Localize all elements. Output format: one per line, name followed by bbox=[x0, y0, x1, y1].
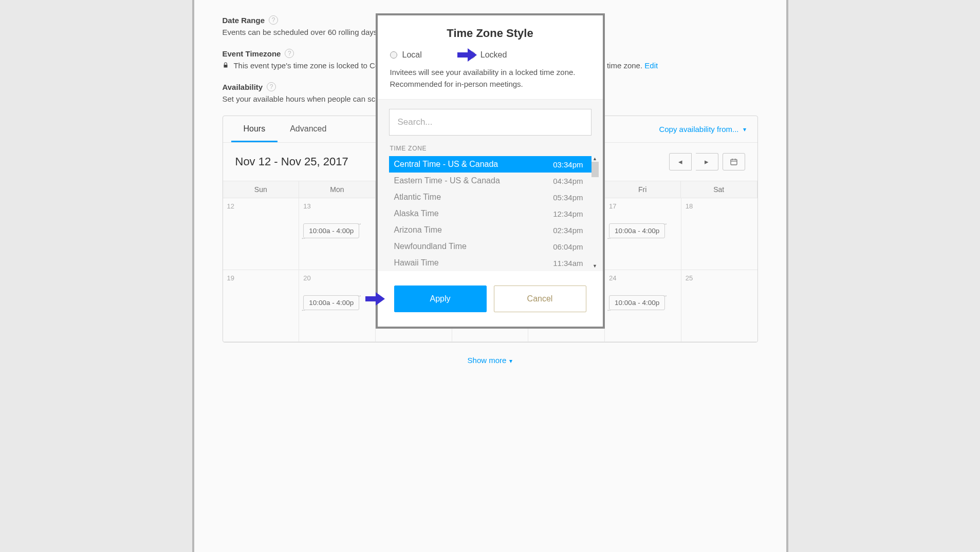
help-icon[interactable]: ? bbox=[267, 82, 276, 91]
timezone-option[interactable]: Alaska Time12:34pm bbox=[389, 205, 591, 222]
calendar-cell[interactable]: 25 bbox=[681, 270, 757, 341]
next-week-button[interactable]: ▸ bbox=[696, 153, 718, 170]
timezone-name: Hawaii Time bbox=[394, 258, 439, 268]
calendar-date-number: 17 bbox=[609, 202, 677, 210]
timezone-time: 06:04pm bbox=[553, 242, 583, 251]
copy-availability-link[interactable]: Copy availability from... ▾ bbox=[659, 125, 749, 134]
availability-slot[interactable]: 10:00a - 4:00p→← bbox=[609, 295, 665, 310]
availability-slot[interactable]: 10:00a - 4:00p→← bbox=[609, 223, 665, 238]
calendar-date-number: 25 bbox=[686, 274, 753, 282]
event-timezone-title: Event Timezone ? bbox=[223, 49, 294, 58]
timezone-time: 04:34pm bbox=[553, 177, 583, 185]
radio-icon bbox=[390, 51, 397, 59]
calendar-cell[interactable]: 2010:00a - 4:00p→← bbox=[299, 270, 376, 341]
chevron-down-icon: ▾ bbox=[743, 126, 746, 133]
calendar-cell[interactable]: 2410:00a - 4:00p→← bbox=[605, 270, 681, 341]
availability-slot[interactable]: 10:00a - 4:00p→← bbox=[303, 295, 359, 310]
tab-advanced[interactable]: Advanced bbox=[278, 116, 339, 142]
annotation-arrow-icon bbox=[457, 48, 477, 62]
lock-icon bbox=[223, 62, 229, 70]
calendar-date-number: 20 bbox=[303, 274, 371, 282]
timezone-time: 03:34pm bbox=[553, 160, 583, 169]
calendar-date-number: 18 bbox=[686, 202, 753, 210]
timezone-option[interactable]: Eastern Time - US & Canada04:34pm bbox=[389, 173, 591, 189]
calendar-icon bbox=[730, 158, 738, 166]
availability-title: Availability ? bbox=[223, 82, 276, 91]
calendar-cell[interactable]: 18 bbox=[681, 198, 757, 270]
calendar-cell[interactable]: 19 bbox=[223, 270, 300, 341]
timezone-option[interactable]: Newfoundland Time06:04pm bbox=[389, 238, 591, 255]
calendar-day-header: Sun bbox=[223, 181, 300, 198]
calendar-cell[interactable]: 1310:00a - 4:00p→← bbox=[299, 198, 376, 270]
calendar-date-number: 24 bbox=[609, 274, 677, 282]
tab-hours[interactable]: Hours bbox=[231, 116, 278, 142]
timezone-option[interactable]: Hawaii Time11:34am bbox=[389, 255, 591, 271]
timezone-style-modal: Time Zone Style Local Locked Invitees wi… bbox=[376, 13, 605, 329]
timezone-name: Atlantic Time bbox=[394, 193, 441, 202]
timezone-time: 02:34pm bbox=[553, 226, 583, 235]
timezone-name: Alaska Time bbox=[394, 209, 439, 218]
cancel-button[interactable]: Cancel bbox=[494, 285, 586, 312]
timezone-list-header: TIME ZONE bbox=[390, 145, 591, 152]
timezone-option[interactable]: Arizona Time02:34pm bbox=[389, 222, 591, 238]
timezone-time: 05:34pm bbox=[553, 193, 583, 202]
timezone-search-input[interactable] bbox=[389, 109, 591, 136]
timezone-option[interactable]: Atlantic Time05:34pm bbox=[389, 189, 591, 205]
annotation-arrow-icon bbox=[365, 292, 385, 306]
radio-local[interactable]: Local bbox=[390, 50, 422, 60]
timezone-time: 11:34am bbox=[553, 259, 583, 268]
calendar-cell[interactable]: 1710:00a - 4:00p→← bbox=[605, 198, 681, 270]
modal-description: Invitees will see your availability in a… bbox=[378, 67, 603, 99]
calendar-day-header: Sat bbox=[681, 181, 757, 198]
date-range-label: Nov 12 - Nov 25, 2017 bbox=[235, 155, 348, 168]
availability-slot[interactable]: 10:00a - 4:00p→← bbox=[303, 223, 359, 238]
calendar-day-header: Mon bbox=[299, 181, 376, 198]
apply-button[interactable]: Apply bbox=[394, 285, 487, 312]
timezone-name: Central Time - US & Canada bbox=[394, 160, 498, 169]
timezone-time: 12:34pm bbox=[553, 210, 583, 218]
calendar-cell[interactable]: 12 bbox=[223, 198, 300, 270]
scrollbar[interactable]: ▲ ▼ bbox=[591, 156, 599, 269]
edit-timezone-link[interactable]: Edit bbox=[644, 61, 658, 70]
scrollbar-thumb[interactable] bbox=[591, 162, 599, 177]
chevron-down-icon: ▾ bbox=[509, 357, 512, 365]
timezone-name: Arizona Time bbox=[394, 225, 442, 235]
show-more-link[interactable]: Show more▾ bbox=[223, 342, 758, 370]
calendar-date-number: 19 bbox=[227, 274, 295, 282]
timezone-name: Newfoundland Time bbox=[394, 242, 467, 251]
calendar-button[interactable] bbox=[723, 153, 745, 170]
svg-rect-0 bbox=[731, 159, 737, 165]
calendar-date-number: 13 bbox=[303, 202, 371, 210]
scroll-up-icon[interactable]: ▲ bbox=[593, 156, 597, 162]
date-range-title: Date Range ? bbox=[223, 15, 279, 25]
scroll-down-icon[interactable]: ▼ bbox=[593, 263, 597, 269]
calendar-day-header: Fri bbox=[604, 181, 681, 198]
prev-week-button[interactable]: ◂ bbox=[669, 153, 692, 170]
calendar-date-number: 12 bbox=[227, 202, 295, 210]
help-icon[interactable]: ? bbox=[285, 49, 294, 58]
timezone-name: Eastern Time - US & Canada bbox=[394, 176, 500, 185]
help-icon[interactable]: ? bbox=[269, 15, 278, 25]
timezone-option[interactable]: Central Time - US & Canada03:34pm bbox=[389, 156, 591, 173]
modal-title: Time Zone Style bbox=[378, 27, 603, 40]
